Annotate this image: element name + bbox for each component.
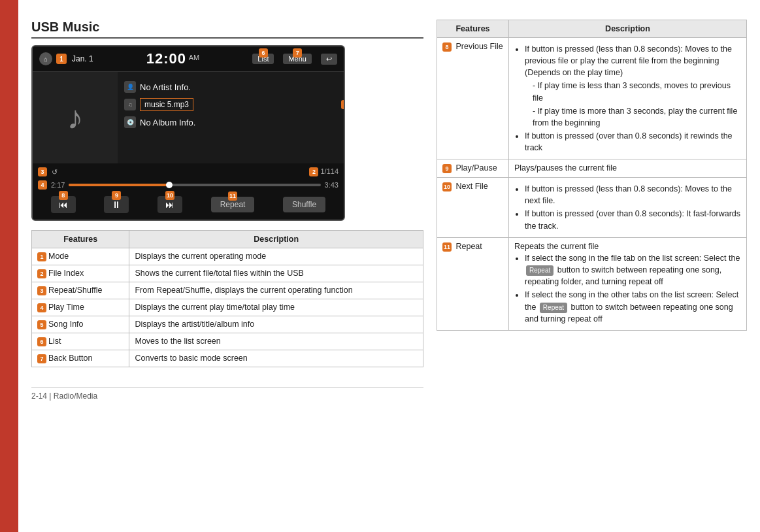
list-item: If button is pressed (less than 0.8 seco… [525, 183, 741, 207]
badge-10-btn: 10 [165, 191, 174, 200]
feature-cell: 2File Index [32, 265, 129, 282]
list-item: If select the song in the other tabs on … [525, 289, 741, 325]
progress-row: 4 2:17 3:43 [38, 178, 339, 192]
description-cell: Displays the current play time/total pla… [129, 299, 423, 316]
table-row: 1Mode Displays the current operating mod… [32, 248, 423, 265]
menu-btn-wrapper: 7 Menu [283, 54, 312, 64]
repeat-intro: Repeats the current file [514, 242, 599, 251]
music-note-icon: ♪ [67, 99, 84, 137]
progress-bar[interactable] [69, 184, 320, 186]
badge-5: 5 [341, 100, 345, 109]
section-title: USB Music [31, 20, 423, 39]
description-cell: Displays the current operating mode [129, 248, 423, 265]
description-cell: Plays/pauses the current file [509, 159, 747, 178]
feature-badge: 9 [442, 164, 452, 173]
play-pause-button[interactable]: 9 ⏸ [104, 196, 129, 213]
table-row: 11 Repeat Repeats the current file If se… [437, 237, 747, 331]
right-column: Features Description 8 Previous File If … [437, 20, 747, 519]
footer-text: 2-14 | Radio/Media [31, 387, 423, 401]
repeat-symbol: ↺ [52, 168, 58, 176]
table-row: 8 Previous File If button is pressed (le… [437, 38, 747, 159]
badge-7: 7 [293, 48, 302, 58]
feature-cell: 9 Play/Pause [437, 159, 509, 178]
device-date: Jan. 1 [72, 54, 93, 63]
feature-badge: 2 [37, 269, 46, 278]
feature-cell: 11 Repeat [437, 237, 509, 331]
album-row: 💿 No Album Info. [124, 116, 337, 128]
description-text: Plays/pauses the current file [514, 163, 617, 173]
device-header: ⌂ 1 Jan. 1 12:00 AM 6 List [33, 46, 344, 72]
description-cell: If button is pressed (less than 0.8 seco… [509, 38, 747, 159]
track-num-text: 1/114 [320, 167, 339, 175]
bullet-list: If select the song in the file tab on th… [514, 252, 741, 325]
table-row: 5Song Info Displays the artist/title/alb… [32, 316, 423, 333]
list-item: If play time is less than 3 seconds, mov… [533, 80, 741, 103]
feature-badge: 1 [37, 252, 46, 261]
track-num-row: 2 1/114 [309, 167, 339, 176]
device-time-suffix: AM [189, 54, 200, 61]
album-text: No Album Info. [140, 118, 195, 127]
badge-6: 6 [259, 48, 268, 58]
feature-cell: 3Repeat/Shuffle [32, 282, 129, 299]
feature-badge: 8 [442, 42, 452, 52]
badge-1: 1 [56, 54, 67, 64]
right-feature-table: Features Description 8 Previous File If … [437, 20, 747, 331]
feature-badge: 3 [37, 286, 46, 295]
feature-badge: 5 [37, 320, 46, 329]
badge-9-btn: 9 [112, 191, 121, 200]
next-button[interactable]: 10 ⏭ [157, 196, 182, 213]
device-header-buttons: 6 List 7 Menu ↩ [252, 54, 337, 65]
feature-badge: 6 [37, 337, 46, 346]
table-row: 4Play Time Displays the current play tim… [32, 299, 423, 316]
home-icon: ⌂ [39, 52, 52, 65]
description-cell: Repeats the current file If select the s… [509, 237, 747, 331]
song-icon: ♫ [124, 99, 136, 110]
repeat-badge-inline2: Repeat [540, 303, 567, 314]
feature-cell: 4Play Time [32, 299, 129, 316]
feature-badge: 10 [442, 182, 452, 191]
song-info: 👤 No Artist Info. ♫ music 5.mp3 5 💿 No A… [118, 72, 344, 163]
list-item: If play time is more than 3 seconds, pla… [533, 105, 741, 129]
device-controls-area: 3 ↺ 2 1/114 4 2:17 [33, 163, 344, 220]
list-item: If button is pressed (over than 0.8 seco… [525, 130, 741, 154]
device-mockup: ⌂ 1 Jan. 1 12:00 AM 6 List [31, 45, 345, 221]
list-item: If select the song in the file tab on th… [525, 252, 741, 288]
repeat-label-btn[interactable]: 11 Repeat [211, 197, 255, 212]
repeat-icon-row: 3 ↺ [38, 167, 58, 176]
button-row: 8 ⏮ 9 ⏸ 10 ⏭ 11 Repeat [38, 192, 339, 217]
left-column: USB Music ⌂ 1 Jan. 1 12:00 AM [31, 20, 423, 519]
left-accent [0, 0, 18, 532]
table-row: 3Repeat/Shuffle From Repeat/Shuffle, dis… [32, 282, 423, 299]
left-table-header-description: Description [129, 231, 423, 248]
feature-cell: 10 Next File [437, 178, 509, 238]
device-time-display: 12:00 AM [146, 50, 199, 67]
prev-button[interactable]: 8 ⏮ [51, 196, 76, 213]
main-content: USB Music ⌂ 1 Jan. 1 12:00 AM [18, 0, 760, 532]
badge-8-btn: 8 [59, 191, 68, 200]
description-cell: Displays the artist/title/album info [129, 316, 423, 333]
artist-icon: 👤 [124, 81, 136, 93]
feature-badge: 7 [37, 354, 46, 363]
progress-dot [166, 182, 173, 188]
song-row: ♫ music 5.mp3 5 [124, 98, 337, 111]
badge-11-btn: 11 [228, 191, 237, 201]
description-cell: From Repeat/Shuffle, displays the curren… [129, 282, 423, 299]
artist-row: 👤 No Artist Info. [124, 81, 337, 93]
left-table-header-features: Features [32, 231, 129, 248]
repeat-badge-inline: Repeat [526, 265, 553, 276]
table-row: 6List Moves to the list screen [32, 333, 423, 350]
two-col-layout: USB Music ⌂ 1 Jan. 1 12:00 AM [31, 20, 747, 519]
feature-cell: 5Song Info [32, 316, 129, 333]
shuffle-label-btn[interactable]: Shuffle [283, 197, 325, 212]
description-cell: If button is pressed (less than 0.8 seco… [509, 178, 747, 238]
description-cell: Shows the current file/total files withi… [129, 265, 423, 282]
badge-3: 3 [38, 167, 47, 176]
feature-cell: 6List [32, 333, 129, 350]
table-row: 7Back Button Converts to basic mode scre… [32, 350, 423, 367]
album-icon: 💿 [124, 116, 136, 128]
device-time: 12:00 [146, 50, 186, 67]
feature-badge: 11 [442, 242, 452, 252]
back-button[interactable]: ↩ [321, 54, 337, 65]
list-item: If button is pressed (over than 0.8 seco… [525, 208, 741, 231]
description-cell: Moves to the list screen [129, 333, 423, 350]
